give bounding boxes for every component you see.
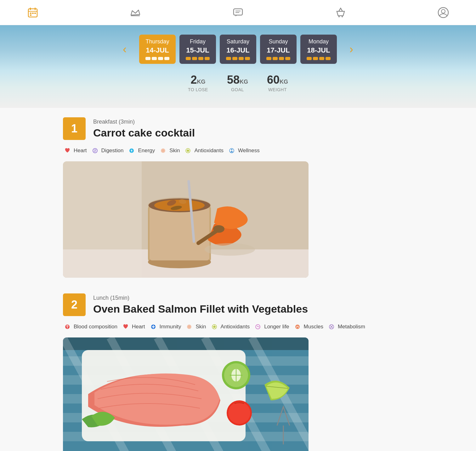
day-date: 15-JUL bbox=[186, 46, 210, 54]
tag-wellness[interactable]: Wellness bbox=[227, 146, 260, 155]
tag-icon bbox=[253, 322, 262, 331]
svg-point-13 bbox=[342, 16, 343, 17]
tag-blood-composition[interactable]: Blood composition bbox=[63, 322, 117, 331]
stat-goal: 58KG GOAL bbox=[227, 73, 248, 92]
svg-point-15 bbox=[441, 9, 445, 13]
tag-label: Metabolism bbox=[338, 324, 365, 330]
day-name: Thursday bbox=[145, 38, 169, 45]
stats-bar: 2KG TO LOSE 58KG GOAL 60KG WEIGHT bbox=[0, 67, 476, 102]
tag-skin[interactable]: Skin bbox=[159, 146, 180, 155]
meal-type: Breakfast (3min) bbox=[93, 119, 195, 125]
tag-immunity[interactable]: Immunity bbox=[149, 322, 181, 331]
day-date: 18-JUL bbox=[307, 46, 331, 54]
day-date: 17-JUL bbox=[266, 46, 290, 54]
calendar-navigation: ‹ Thursday14-JULFriday15-JULSaturday16-J… bbox=[0, 31, 476, 67]
tag-icon bbox=[63, 322, 72, 331]
basket-nav-icon[interactable] bbox=[333, 5, 348, 20]
calendar-nav-icon[interactable] bbox=[25, 5, 40, 20]
tag-antioxidants[interactable]: Antioxidants bbox=[184, 146, 224, 155]
tag-icon bbox=[149, 322, 158, 331]
tag-label: Antioxidants bbox=[194, 148, 224, 154]
day-card-fri[interactable]: Friday15-JUL bbox=[179, 35, 216, 64]
meal-image[interactable] bbox=[63, 161, 309, 278]
tags-row: HeartDigestionEnergySkinAntioxidantsWell… bbox=[63, 146, 413, 155]
tag-longer-life[interactable]: Longer life bbox=[253, 322, 289, 331]
tag-heart[interactable]: Heart bbox=[121, 322, 145, 331]
svg-point-12 bbox=[338, 16, 340, 17]
day-date: 16-JUL bbox=[226, 46, 250, 54]
svg-rect-4 bbox=[30, 13, 31, 14]
tag-label: Blood composition bbox=[74, 324, 117, 330]
tag-label: Energy bbox=[138, 148, 155, 154]
tag-metabolism[interactable]: Metabolism bbox=[327, 322, 365, 331]
tag-energy[interactable]: Energy bbox=[127, 146, 155, 155]
goal-label: GOAL bbox=[227, 87, 248, 92]
day-name: Sunday bbox=[266, 38, 290, 45]
main-content: 1Breakfast (3min)Carrot cake cocktailHea… bbox=[0, 108, 476, 451]
day-dots bbox=[186, 57, 210, 60]
meal-name[interactable]: Carrot cake cocktail bbox=[93, 126, 195, 139]
tag-heart[interactable]: Heart bbox=[63, 146, 87, 155]
meal-type: Lunch (15min) bbox=[93, 295, 308, 301]
day-card-sat[interactable]: Saturday16-JUL bbox=[220, 35, 256, 64]
tags-row: Blood compositionHeartImmunitySkinAntiox… bbox=[63, 322, 413, 331]
svg-point-22 bbox=[231, 149, 232, 150]
tag-label: Longer life bbox=[264, 324, 289, 330]
tag-label: Immunity bbox=[160, 324, 181, 330]
day-card-mon[interactable]: Monday18-JUL bbox=[300, 35, 337, 64]
meal-header: 2Lunch (15min)Oven Baked Salmon Fillet w… bbox=[63, 293, 413, 316]
tag-label: Skin bbox=[196, 324, 206, 330]
svg-point-44 bbox=[188, 326, 190, 328]
tag-icon bbox=[327, 322, 336, 331]
day-card-thu[interactable]: Thursday14-JUL bbox=[139, 35, 176, 64]
days-container: Thursday14-JULFriday15-JULSaturday16-JUL… bbox=[139, 35, 337, 64]
meal-image[interactable] bbox=[63, 337, 309, 451]
svg-point-37 bbox=[213, 225, 224, 233]
tag-icon bbox=[121, 322, 130, 331]
next-arrow[interactable]: › bbox=[337, 43, 366, 56]
profile-nav-icon[interactable] bbox=[436, 5, 451, 20]
meal-number[interactable]: 2 bbox=[63, 293, 86, 316]
day-name: Monday bbox=[307, 38, 331, 45]
meal-section-1: 1Breakfast (3min)Carrot cake cocktailHea… bbox=[63, 117, 413, 278]
meal-number[interactable]: 1 bbox=[63, 117, 86, 140]
day-name: Saturday bbox=[226, 38, 250, 45]
tag-label: Digestion bbox=[101, 148, 124, 154]
svg-point-71 bbox=[228, 402, 250, 424]
tag-label: Heart bbox=[132, 324, 145, 330]
meal-title-block: Breakfast (3min)Carrot cake cocktail bbox=[93, 117, 195, 139]
chat-nav-icon[interactable] bbox=[230, 5, 246, 20]
meal-section-2: 2Lunch (15min)Oven Baked Salmon Fillet w… bbox=[63, 293, 413, 451]
tag-icon bbox=[127, 146, 136, 155]
tag-icon bbox=[63, 146, 72, 155]
weight-label: WEIGHT bbox=[267, 87, 288, 92]
svg-rect-29 bbox=[150, 207, 209, 260]
day-dots bbox=[226, 57, 250, 60]
tag-label: Heart bbox=[74, 148, 87, 154]
day-date: 14-JUL bbox=[145, 46, 169, 54]
crown-nav-icon[interactable] bbox=[128, 5, 143, 20]
day-dots bbox=[307, 57, 331, 60]
svg-line-48 bbox=[257, 326, 258, 327]
svg-rect-38 bbox=[63, 161, 142, 278]
to-lose-value: 2KG bbox=[188, 73, 208, 86]
svg-rect-9 bbox=[234, 9, 242, 15]
svg-rect-2 bbox=[35, 8, 36, 10]
day-card-sun[interactable]: Sunday17-JUL bbox=[260, 35, 297, 64]
meal-name[interactable]: Oven Baked Salmon Fillet with Vegetables bbox=[93, 303, 308, 315]
tag-skin[interactable]: Skin bbox=[185, 322, 206, 331]
svg-rect-6 bbox=[34, 13, 36, 14]
svg-rect-5 bbox=[32, 13, 34, 14]
tag-muscles[interactable]: Muscles bbox=[293, 322, 323, 331]
prev-arrow[interactable]: ‹ bbox=[110, 43, 139, 56]
tag-label: Muscles bbox=[304, 324, 323, 330]
tag-digestion[interactable]: Digestion bbox=[91, 146, 124, 155]
tag-label: Antioxidants bbox=[221, 324, 250, 330]
tag-icon bbox=[91, 146, 99, 155]
day-dots bbox=[145, 57, 169, 60]
top-navigation bbox=[0, 0, 476, 25]
meal-header: 1Breakfast (3min)Carrot cake cocktail bbox=[63, 117, 413, 140]
tag-icon bbox=[184, 146, 192, 155]
tag-antioxidants[interactable]: Antioxidants bbox=[210, 322, 250, 331]
weight-value: 60KG bbox=[267, 73, 288, 86]
